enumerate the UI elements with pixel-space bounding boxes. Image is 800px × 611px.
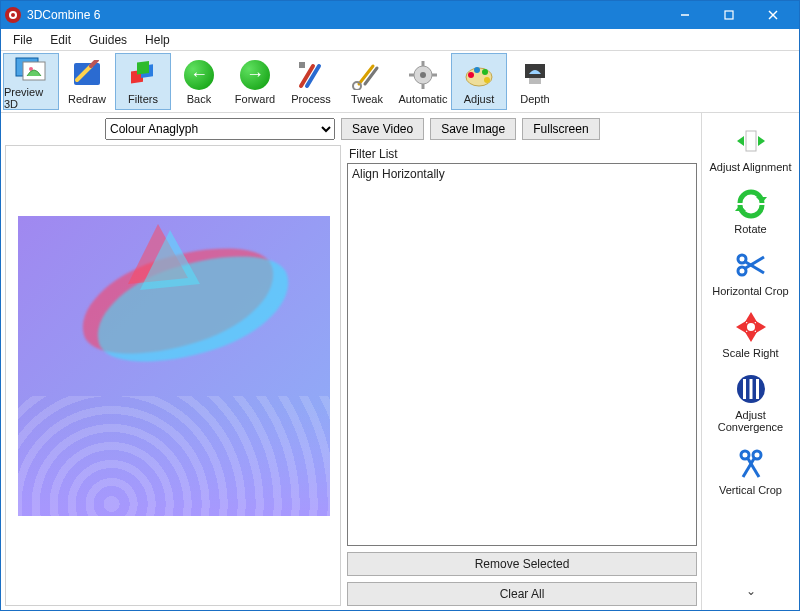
title-bar: 3DCombine 6 (1, 1, 799, 29)
svg-marker-32 (735, 205, 746, 211)
crop-v-icon (733, 446, 769, 482)
toolbar-forward-label: Forward (235, 93, 275, 105)
window-maximize-button[interactable] (707, 1, 751, 29)
side-adjust-alignment[interactable]: Adjust Alignment (703, 119, 799, 177)
menu-guides[interactable]: Guides (81, 31, 135, 49)
side-rotate[interactable]: Rotate (703, 181, 799, 239)
window-minimize-button[interactable] (663, 1, 707, 29)
left-pane: Colour Anaglyph Save Video Save Image Fu… (1, 113, 701, 610)
toolbar-tweak-button[interactable]: Tweak (339, 53, 395, 110)
main-toolbar: Preview 3D Redraw Filters ← Back → Forwa… (1, 51, 799, 113)
menu-file[interactable]: File (5, 31, 40, 49)
side-horizontal-crop[interactable]: Horizontal Crop (703, 243, 799, 301)
svg-point-24 (482, 69, 488, 75)
fullscreen-button[interactable]: Fullscreen (522, 118, 599, 140)
side-label: Rotate (734, 223, 766, 235)
toolbar-automatic-label: Automatic (399, 93, 448, 105)
svg-marker-31 (756, 197, 767, 203)
redraw-icon (71, 59, 103, 91)
side-label: Horizontal Crop (712, 285, 788, 297)
toolbar-automatic-button[interactable]: Automatic (395, 53, 451, 110)
toolbar-adjust-label: Adjust (464, 93, 495, 105)
toolbar-redraw-button[interactable]: Redraw (59, 53, 115, 110)
align-arrows-icon (733, 123, 769, 159)
toolbar-filters-button[interactable]: Filters (115, 53, 171, 110)
svg-point-22 (468, 72, 474, 78)
adjust-icon (463, 59, 495, 91)
toolbar-tweak-label: Tweak (351, 93, 383, 105)
toolbar-depth-button[interactable]: Depth (507, 53, 563, 110)
display-mode-combo[interactable]: Colour Anaglyph (105, 118, 335, 140)
svg-marker-37 (745, 312, 757, 322)
convergence-icon (733, 371, 769, 407)
toolbar-adjust-button[interactable]: Adjust (451, 53, 507, 110)
toolbar-back-button[interactable]: ← Back (171, 53, 227, 110)
preview-canvas[interactable] (5, 145, 341, 606)
svg-rect-12 (137, 60, 149, 74)
content-area: Colour Anaglyph Save Video Save Image Fu… (1, 113, 799, 610)
filter-list-label: Filter List (347, 145, 697, 163)
svg-marker-40 (756, 321, 766, 333)
remove-selected-button[interactable]: Remove Selected (347, 552, 697, 576)
toolbar-process-label: Process (291, 93, 331, 105)
side-label: Vertical Crop (719, 484, 782, 496)
forward-icon: → (239, 59, 271, 91)
depth-icon (519, 59, 551, 91)
svg-rect-27 (529, 78, 541, 84)
svg-point-1 (11, 13, 15, 17)
window-title: 3DCombine 6 (27, 8, 100, 22)
side-label: Adjust Alignment (710, 161, 792, 173)
menu-edit[interactable]: Edit (42, 31, 79, 49)
toolbar-filters-label: Filters (128, 93, 158, 105)
svg-rect-13 (299, 62, 305, 68)
toolbar-depth-label: Depth (520, 93, 549, 105)
side-adjust-convergence[interactable]: Adjust Convergence (703, 367, 799, 437)
side-vertical-crop[interactable]: Vertical Crop (703, 442, 799, 500)
svg-point-41 (746, 322, 756, 332)
filter-list-item[interactable]: Align Horizontally (352, 166, 692, 182)
preview3d-icon (15, 54, 47, 84)
main-row: Filter List Align Horizontally Remove Se… (5, 145, 697, 606)
automatic-icon (407, 59, 439, 91)
svg-marker-29 (737, 136, 744, 146)
toolbar-preview3d-label: Preview 3D (4, 86, 58, 110)
process-icon (295, 59, 327, 91)
rotate-icon (733, 185, 769, 221)
tweak-icon (351, 59, 383, 91)
toolbar-process-button[interactable]: Process (283, 53, 339, 110)
svg-rect-43 (743, 379, 746, 399)
side-label: Adjust Convergence (703, 409, 799, 433)
save-image-button[interactable]: Save Image (430, 118, 516, 140)
svg-point-23 (474, 67, 480, 73)
svg-rect-44 (749, 379, 752, 399)
menu-help[interactable]: Help (137, 31, 178, 49)
toolbar-back-label: Back (187, 93, 211, 105)
crop-h-icon (733, 247, 769, 283)
filter-column: Filter List Align Horizontally Remove Se… (347, 145, 697, 606)
svg-rect-3 (725, 11, 733, 19)
side-label: Scale Right (722, 347, 778, 359)
svg-marker-30 (758, 136, 765, 146)
app-icon (5, 7, 21, 23)
toolbar-redraw-label: Redraw (68, 93, 106, 105)
svg-marker-38 (745, 332, 757, 342)
toolbar-preview3d-button[interactable]: Preview 3D (3, 53, 59, 110)
adjust-side-panel: Adjust Alignment Rotate Horizontal Crop … (701, 113, 799, 610)
svg-point-16 (420, 72, 426, 78)
save-video-button[interactable]: Save Video (341, 118, 424, 140)
scale-right-icon (733, 309, 769, 345)
window-close-button[interactable] (751, 1, 795, 29)
side-more-chevron-icon[interactable]: ⌄ (740, 578, 762, 604)
svg-point-14 (353, 82, 361, 90)
side-scale-right[interactable]: Scale Right (703, 305, 799, 363)
preview-controls-row: Colour Anaglyph Save Video Save Image Fu… (5, 117, 697, 145)
filters-icon (127, 59, 159, 91)
preview-image (18, 216, 330, 516)
filter-list[interactable]: Align Horizontally (347, 163, 697, 546)
clear-all-button[interactable]: Clear All (347, 582, 697, 606)
menu-bar: File Edit Guides Help (1, 29, 799, 51)
preview-column (5, 145, 341, 606)
svg-point-25 (484, 77, 490, 83)
svg-rect-28 (746, 131, 756, 151)
toolbar-forward-button[interactable]: → Forward (227, 53, 283, 110)
